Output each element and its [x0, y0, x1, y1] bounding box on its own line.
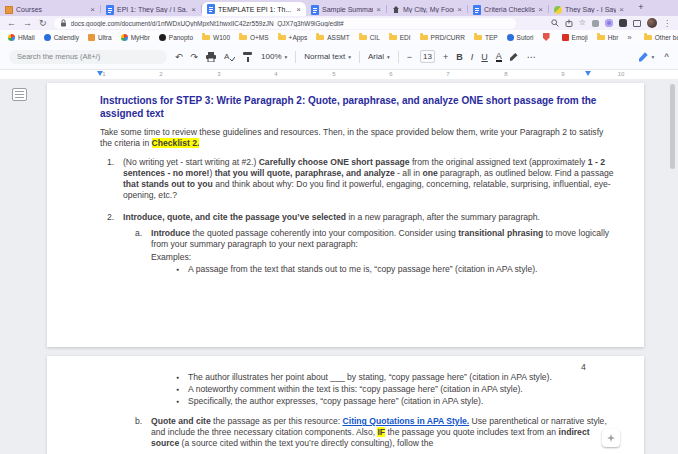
- forward-button[interactable]: →: [23, 16, 32, 30]
- tab-they-say[interactable]: They Say - I Say: Fo... ×: [549, 3, 629, 16]
- list-item-text: Introduce the quoted passage coherently …: [151, 228, 613, 250]
- chevron-down-icon: ▾: [652, 54, 655, 60]
- zoom-select[interactable]: 100%▾: [261, 52, 287, 61]
- tab-close-icon[interactable]: ×: [538, 5, 543, 14]
- profile-avatar[interactable]: [647, 18, 657, 28]
- bookmark-folder-prdcurr[interactable]: PRD/CURR: [420, 34, 465, 41]
- bookmark-folder-cil[interactable]: CIL: [359, 34, 380, 41]
- bookmark-calendly[interactable]: Calendly: [44, 34, 79, 41]
- bookmark-shield[interactable]: [543, 33, 553, 41]
- left-indent-marker[interactable]: [97, 71, 103, 76]
- folder-icon: [359, 35, 367, 40]
- bookmark-folder-hbr[interactable]: Hbr: [597, 34, 618, 41]
- other-bookmarks-button[interactable]: Other bookmarks: [644, 34, 678, 41]
- right-indent-marker[interactable]: [585, 71, 591, 76]
- paint-format-icon[interactable]: [243, 52, 253, 62]
- bookmark-myhbr[interactable]: MyHbr: [121, 34, 150, 41]
- list-item-2: 2. Introduce, quote, and cite the passag…: [107, 212, 615, 223]
- extensions-puzzle-icon[interactable]: [619, 19, 627, 27]
- search-menus-input[interactable]: Search the menus (Alt+/): [9, 50, 167, 64]
- tab-close-icon[interactable]: ×: [619, 5, 624, 14]
- bullet-text: Specifically, the author expresses, “cop…: [188, 396, 483, 407]
- extension-purple-icon[interactable]: [605, 19, 613, 27]
- tab-epi1[interactable]: EPI 1: They Say / I Sa... ×: [101, 3, 201, 16]
- font-size-input[interactable]: 13: [420, 50, 435, 63]
- highlight-color-icon[interactable]: [510, 52, 519, 61]
- chrome-menu-icon[interactable]: ⋮: [663, 19, 671, 28]
- tab-template-epi1-active[interactable]: TEMPLATE EPI 1: Th... ×: [202, 2, 306, 16]
- more-options-button[interactable]: ⋯: [527, 51, 536, 63]
- font-select[interactable]: Arial▾: [368, 52, 390, 61]
- bookmark-folder-tep[interactable]: TEP: [474, 34, 498, 41]
- google-docs-icon: [106, 5, 114, 15]
- myhbr-icon: [121, 34, 128, 41]
- tab-close-icon[interactable]: ×: [376, 5, 381, 14]
- bullet-text: A noteworthy comment within the text is …: [188, 384, 523, 395]
- share-icon[interactable]: [565, 19, 573, 27]
- bookmark-panopto[interactable]: Panopto: [159, 34, 193, 41]
- reload-button[interactable]: ↻: [39, 16, 47, 30]
- bookmark-folder-apps[interactable]: +Apps: [278, 34, 308, 41]
- bookmarks-right-group: » Other bookmarks: [627, 33, 678, 42]
- italic-button[interactable]: I: [471, 51, 474, 63]
- chevron-down-icon: ▾: [348, 54, 351, 60]
- bookmark-ultra[interactable]: Ultra: [88, 34, 112, 41]
- tab-close-icon[interactable]: ×: [191, 5, 196, 14]
- ruler-number: 2: [159, 71, 162, 77]
- hide-menus-button[interactable]: ^: [664, 52, 669, 61]
- tab-close-icon[interactable]: ×: [90, 5, 95, 14]
- tab-close-icon[interactable]: ×: [296, 5, 301, 14]
- new-tab-button[interactable]: +: [635, 2, 647, 14]
- example-bullet: ● A noteworthy comment within the text i…: [176, 384, 636, 395]
- bookmark-folder-w100[interactable]: W100: [202, 34, 230, 41]
- underline-button[interactable]: U: [481, 51, 488, 63]
- ruler-number: 10: [618, 71, 625, 77]
- text-color-button[interactable]: A: [496, 52, 502, 62]
- tab-close-icon[interactable]: ×: [457, 5, 462, 14]
- bookmark-star-icon[interactable]: ☆: [579, 18, 586, 28]
- document-page-1[interactable]: Instructions for STEP 3: Write Paragraph…: [47, 83, 644, 347]
- bookmark-hmail[interactable]: HMail: [8, 34, 35, 41]
- print-icon[interactable]: [206, 52, 216, 62]
- spellcheck-icon[interactable]: A: [224, 51, 235, 62]
- tab-sample-summary[interactable]: Sample Summary -... ×: [306, 3, 386, 16]
- url-text: docs.google.com/document/d/1nfWDxUQyhMpx…: [71, 20, 344, 27]
- tab-my-city[interactable]: My City, My Food: h... ×: [387, 3, 467, 16]
- address-bar[interactable]: docs.google.com/document/d/1nfWDxUQyhMpx…: [54, 18, 516, 29]
- increase-font-size-button[interactable]: +: [443, 51, 448, 63]
- example-bullet: ● A passage from the text that stands ou…: [176, 264, 628, 275]
- bookmarks-overflow-chevron[interactable]: »: [627, 33, 631, 42]
- tab-courses[interactable]: Courses ×: [0, 3, 100, 16]
- extension-icon[interactable]: [592, 20, 599, 27]
- bookmark-emoji[interactable]: Emoji: [562, 34, 588, 41]
- decrease-font-size-button[interactable]: −: [407, 51, 412, 63]
- explore-button[interactable]: [602, 429, 620, 447]
- tab-title: Courses: [16, 6, 87, 13]
- document-page-2[interactable]: 4 ● The author illustrates her point abo…: [47, 356, 644, 454]
- side-panel-icon[interactable]: [633, 20, 641, 27]
- tab-title: TEMPLATE EPI 1: Th...: [218, 6, 293, 13]
- list-item-1: 1. (No writing yet - start writing at #2…: [107, 157, 615, 201]
- bookmark-sutori[interactable]: Sutori: [507, 34, 534, 41]
- ruler-number: 8: [504, 71, 507, 77]
- chevron-down-icon: ▾: [387, 54, 390, 60]
- back-button[interactable]: ←: [7, 16, 16, 30]
- bookmark-folder-oms[interactable]: O+MS: [239, 34, 269, 41]
- bookmark-folder-assmt[interactable]: ASSMT: [316, 34, 349, 41]
- folder-icon: [644, 35, 652, 40]
- sutori-icon: [507, 34, 514, 41]
- undo-button[interactable]: ↶: [175, 51, 183, 63]
- paragraph-style-select[interactable]: Normal text▾: [304, 52, 351, 61]
- redo-button[interactable]: ↷: [191, 51, 199, 63]
- search-icon[interactable]: [551, 19, 559, 27]
- editing-mode-button[interactable]: ▾: [639, 52, 655, 62]
- tab-criteria-checklists[interactable]: Criteria Checklists f... ×: [468, 3, 548, 16]
- lock-icon: [60, 19, 67, 27]
- bookmark-folder-edi[interactable]: EDI: [389, 34, 411, 41]
- svg-text:A: A: [224, 52, 230, 61]
- bullet-icon: ●: [176, 372, 188, 383]
- bold-button[interactable]: B: [456, 51, 463, 63]
- vertical-scrollbar[interactable]: [670, 84, 675, 169]
- folder-icon: [474, 35, 482, 40]
- show-document-outline-button[interactable]: [12, 88, 27, 101]
